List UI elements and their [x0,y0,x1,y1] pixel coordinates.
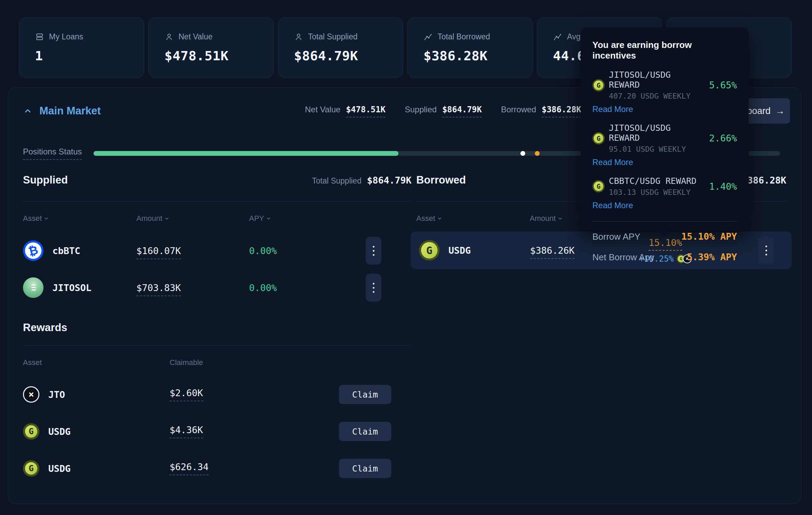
sort-chevron-icon [44,216,49,221]
borrowed-amount[interactable]: $386.26K [530,245,575,259]
supplied-col-amount[interactable]: Amount [136,214,249,223]
reward-name: CBBTC/USDG REWARD [609,176,697,186]
borrowed-heading: Borrowed [416,174,466,186]
market-title: Main Market [39,105,101,117]
supplied-amount[interactable]: $160.07K [136,246,181,259]
market-borrowed: Borrowed $386.28K [501,105,581,117]
market-net-value-amount[interactable]: $478.51K [346,105,386,117]
stat-card-total-supplied: Total Supplied $864.79K [278,17,403,78]
stat-card-value: 1 [35,48,144,63]
stat-card-value: $478.51K [164,48,273,63]
reward-detail: 407.20 USDG WEEKLY [609,92,705,100]
jto-coin-icon [23,386,39,403]
reward-row-usdg-2: G USDG $626.34 Claim [23,455,411,482]
row-menu-button[interactable] [366,237,381,265]
reward-claimable[interactable]: $4.36K [170,425,203,438]
positions-status-label[interactable]: Positions Status [23,147,82,160]
reward-name: JITOSOL/USDG REWARD [609,70,705,90]
arrow-right-icon: → [775,106,785,116]
asset-name: USDG [48,463,71,474]
chevron-up-icon [23,106,33,116]
borrow-incentives-tooltip: You are earning borrow incentives G JITO… [581,27,749,231]
reward-detail: 95.01 USDG WEEKLY [609,145,705,153]
net-borrow-apy-summary: Net Borrow Apy 5.39% APY [592,252,737,263]
reward-pct: 1.40% [709,181,737,192]
total-supplied-label: Total Supplied [312,176,361,186]
supplied-apy: 0.00% [249,246,277,256]
stat-card-value: $386.28K [423,48,532,63]
usdg-coin-icon: G [23,460,39,477]
sort-chevron-icon [558,216,563,221]
stat-card-net-value: Net Value $478.51K [148,17,274,78]
supplied-apy: 0.00% [249,282,277,293]
sort-chevron-icon [437,216,442,221]
net-borrow-apy-label: Net Borrow Apy [592,252,654,263]
usdg-coin-icon: G [419,240,440,261]
borrowed-col-asset[interactable]: Asset [416,214,530,223]
stat-card-value: $864.79K [294,48,403,63]
market-supplied-amount[interactable]: $864.79K [442,105,482,117]
read-more-link[interactable]: Read More [592,158,633,167]
claim-button[interactable]: Claim [339,422,391,441]
reward-name: JITOSOL/USDG REWARD [609,123,705,143]
claim-button[interactable]: Claim [339,459,391,478]
positions-progress-fill [94,151,398,156]
sort-chevron-icon [164,216,169,221]
supplied-heading: Supplied [23,174,68,186]
reward-claimable[interactable]: $2.60K [170,388,203,401]
claim-button[interactable]: Claim [339,385,391,404]
net-borrow-apy-value: 5.39% APY [687,252,737,262]
supplied-section: Supplied Total Supplied $864.79K Asset A… [23,174,411,482]
total-supplied-value: $864.79K [367,175,411,186]
chart-icon [423,32,433,41]
asset-name: USDG [48,426,71,437]
row-menu-button[interactable] [366,274,381,302]
rewards-col-claimable: Claimable [170,358,203,367]
usdg-coin-icon: G [23,423,39,440]
tooltip-reward-row: G JITOSOL/USDG REWARD 95.01 USDG WEEKLY … [592,123,737,153]
asset-name: JTO [48,389,65,400]
stat-card-total-borrowed: Total Borrowed $386.28K [407,17,533,78]
stat-card-label: My Loans [49,32,83,41]
cbbtc-coin-icon: ₿ [23,240,44,261]
stack-icon [35,32,44,41]
read-more-link[interactable]: Read More [592,201,633,210]
market-collapse-toggle[interactable]: Main Market [23,105,101,117]
reward-pct: 5.65% [709,80,737,90]
borrow-apy-value: 15.10% APY [681,231,737,242]
rewards-col-asset: Asset [23,358,170,367]
supplied-col-apy[interactable]: APY [249,214,411,223]
position-marker-white [520,151,525,156]
tooltip-title: You are earning borrow incentives [592,40,737,61]
reward-pct: 2.66% [709,133,737,143]
market-header-stats: Net Value $478.51K Supplied $864.79K Bor… [305,98,581,124]
rewards-section-head: Rewards [23,322,411,337]
tooltip-reward-row: G JITOSOL/USDG REWARD 407.20 USDG WEEKLY… [592,70,737,100]
market-net-value: Net Value $478.51K [305,105,385,117]
sort-chevron-icon [266,216,271,221]
reward-row-usdg-1: G USDG $4.36K Claim [23,418,411,445]
supplied-amount[interactable]: $703.83K [136,282,181,296]
divider [23,201,411,202]
read-more-link[interactable]: Read More [592,104,633,114]
borrow-apy-summary: Borrow APY 15.10% APY [592,231,737,242]
reward-claimable[interactable]: $626.34 [170,462,209,475]
borrow-apy-label: Borrow APY [592,231,640,242]
rewards-heading: Rewards [23,322,67,334]
supplied-row-jitosol: JITOSOL $703.83K 0.00% [23,274,411,302]
supplied-row-cbbtc: ₿ cbBTC $160.07K 0.00% [23,237,411,265]
position-marker-orange [535,151,540,156]
usdg-coin-icon: G [592,132,605,145]
jitosol-coin-icon [23,277,44,298]
stat-card-label: Avg [567,32,580,41]
reward-row-jto: JTO $2.60K Claim [23,381,411,408]
row-menu-button[interactable] [758,236,774,264]
reward-detail: 103.13 USDG WEEKLY [609,188,697,197]
supplied-col-asset[interactable]: Asset [23,214,136,223]
person-icon [164,32,174,41]
asset-name: USDG [448,245,471,256]
chart-icon [553,32,562,41]
tooltip-reward-row: G CBBTC/USDG REWARD 103.13 USDG WEEKLY 1… [592,176,737,197]
market-borrowed-amount[interactable]: $386.28K [542,105,581,117]
usdg-coin-icon: G [592,180,605,192]
